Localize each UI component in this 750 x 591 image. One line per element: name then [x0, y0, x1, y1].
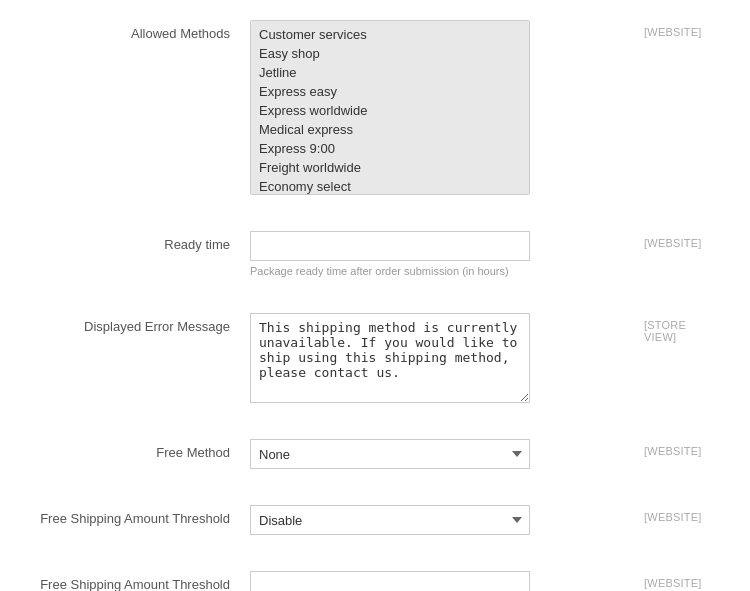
error-message-row: Displayed Error Message This shipping me… [30, 313, 720, 421]
error-message-label: Displayed Error Message [30, 313, 250, 334]
ready-time-field: Package ready time after order submissio… [250, 231, 630, 277]
ready-time-row: Ready time Package ready time after orde… [30, 231, 720, 295]
ready-time-label: Ready time [30, 231, 250, 252]
allowed-methods-option-1[interactable]: Easy shop [255, 44, 525, 63]
allowed-methods-option-8[interactable]: Economy select [255, 177, 525, 195]
free-method-row: Free Method None [WEBSITE] [30, 439, 720, 487]
free-shipping-threshold-type-select-wrapper: Disable Enable [250, 505, 530, 535]
free-shipping-threshold-type-label: Free Shipping Amount Threshold [30, 505, 250, 526]
error-message-scope: [STORE VIEW] [630, 313, 720, 343]
free-shipping-threshold-type-select[interactable]: Disable Enable [250, 505, 530, 535]
free-shipping-threshold-value-label: Free Shipping Amount Threshold [30, 571, 250, 591]
error-message-textarea[interactable]: This shipping method is currently unavai… [250, 313, 530, 403]
free-method-scope: [WEBSITE] [630, 439, 720, 457]
free-shipping-threshold-value-input[interactable] [250, 571, 530, 591]
allowed-methods-label: Allowed Methods [30, 20, 250, 41]
free-method-select[interactable]: None [250, 439, 530, 469]
free-shipping-threshold-type-row: Free Shipping Amount Threshold Disable E… [30, 505, 720, 553]
allowed-methods-option-4[interactable]: Express worldwide [255, 101, 525, 120]
allowed-methods-option-2[interactable]: Jetline [255, 63, 525, 82]
allowed-methods-scope: [WEBSITE] [630, 20, 720, 38]
free-shipping-threshold-value-row: Free Shipping Amount Threshold [WEBSITE] [30, 571, 720, 591]
allowed-methods-field: Customer services Easy shop Jetline Expr… [250, 20, 630, 195]
settings-form: Allowed Methods Customer services Easy s… [0, 0, 750, 591]
allowed-methods-option-6[interactable]: Express 9:00 [255, 139, 525, 158]
allowed-methods-option-5[interactable]: Medical express [255, 120, 525, 139]
ready-time-hint: Package ready time after order submissio… [250, 265, 630, 277]
ready-time-scope: [WEBSITE] [630, 231, 720, 249]
free-method-field: None [250, 439, 630, 469]
allowed-methods-select[interactable]: Customer services Easy shop Jetline Expr… [250, 20, 530, 195]
error-message-field: This shipping method is currently unavai… [250, 313, 630, 403]
free-method-label: Free Method [30, 439, 250, 460]
allowed-methods-row: Allowed Methods Customer services Easy s… [30, 20, 720, 213]
ready-time-input[interactable] [250, 231, 530, 261]
allowed-methods-option-0[interactable]: Customer services [255, 25, 525, 44]
free-shipping-threshold-type-scope: [WEBSITE] [630, 505, 720, 523]
free-shipping-threshold-value-scope: [WEBSITE] [630, 571, 720, 589]
free-shipping-threshold-type-field: Disable Enable [250, 505, 630, 535]
allowed-methods-option-7[interactable]: Freight worldwide [255, 158, 525, 177]
free-shipping-threshold-value-field [250, 571, 630, 591]
free-method-select-wrapper: None [250, 439, 530, 469]
allowed-methods-option-3[interactable]: Express easy [255, 82, 525, 101]
